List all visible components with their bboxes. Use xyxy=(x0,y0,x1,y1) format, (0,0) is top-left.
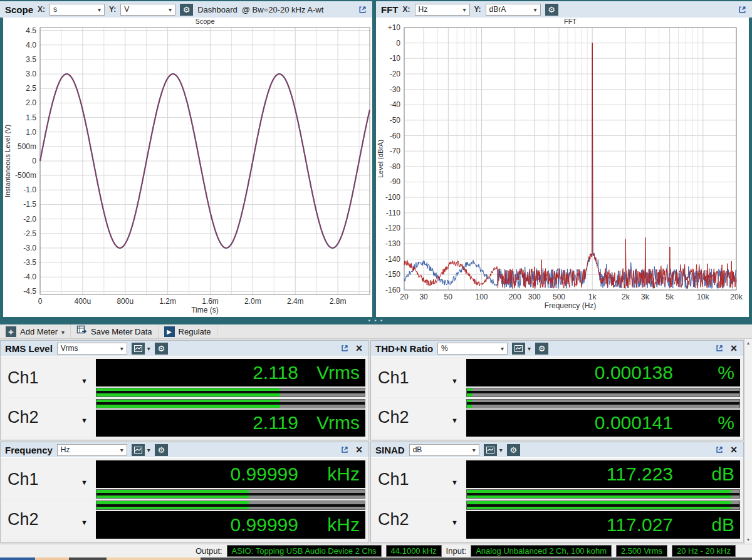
frequency-settings-gear-icon[interactable] xyxy=(155,444,168,456)
scope-popout-icon[interactable] xyxy=(357,4,367,14)
input-device-badge[interactable]: Analog Unbalanced 2 Ch, 100 kohm xyxy=(471,545,612,557)
frequency-unit-select[interactable]: Hz xyxy=(57,444,127,456)
fft-popout-icon[interactable] xyxy=(737,4,747,14)
save-meter-data-button[interactable]: Save Meter Data xyxy=(71,324,159,338)
thdn-ch1-row: Ch1 0.000138 % xyxy=(373,359,740,397)
thdn-ch2-value: 0.000141 xyxy=(595,412,673,433)
svg-text:-110: -110 xyxy=(386,209,400,217)
sinad-close-icon[interactable] xyxy=(729,443,739,457)
input-range-badge[interactable]: 2.500 Vrms xyxy=(616,545,667,557)
scroll-up-icon[interactable] xyxy=(744,341,752,345)
thdn-ch1-readout: 0.000138 % xyxy=(466,359,740,397)
output-device-badge[interactable]: ASIO: Topping USB Audio Device 2 Chs xyxy=(227,545,382,557)
pane-splitter[interactable]: • • • xyxy=(0,317,752,324)
sinad-ch1-selector[interactable]: Ch1 xyxy=(373,460,464,499)
thdn-ch2-readout: 0.000141 % xyxy=(466,399,740,437)
thdn-popout-icon[interactable] xyxy=(714,343,724,353)
bandwidth-badge[interactable]: 20 Hz - 20 kHz xyxy=(672,545,736,557)
frequency-close-icon[interactable] xyxy=(354,443,364,457)
frequency-display-mode-icon[interactable] xyxy=(132,444,145,456)
taskbar-segment-peach-2 xyxy=(107,557,201,560)
svg-text:Frequency (Hz): Frequency (Hz) xyxy=(545,301,597,310)
dashboard-label: Dashboard xyxy=(197,5,238,14)
taskbar-segment-blue xyxy=(0,557,35,560)
thdn-settings-gear-icon[interactable] xyxy=(535,343,548,355)
svg-text:-70: -70 xyxy=(390,147,401,155)
sinad-panel-body: Ch1 117.223 dB Ch2 xyxy=(371,458,743,542)
meter-scrollbar[interactable] xyxy=(744,339,752,544)
chevron-down-icon xyxy=(120,445,123,454)
fft-y-unit-select[interactable]: dBrA xyxy=(486,4,541,16)
frequency-ch2-selector[interactable]: Ch2 xyxy=(3,500,94,539)
fft-settings-gear-icon[interactable] xyxy=(545,4,558,16)
rms-ch1-selector[interactable]: Ch1 xyxy=(3,359,94,397)
rms-unit-select[interactable]: Vrms xyxy=(57,343,127,355)
sinad-unit-select[interactable]: dB xyxy=(409,444,479,456)
taskbar-sliver xyxy=(0,557,752,560)
chevron-down-icon xyxy=(81,470,88,489)
frequency-ch2-row: Ch2 0.99999 kHz xyxy=(3,500,365,539)
sinad-popout-icon[interactable] xyxy=(714,445,724,455)
svg-text:50: 50 xyxy=(444,293,453,301)
svg-text:2.5: 2.5 xyxy=(26,84,36,93)
thdn-ch1-selector[interactable]: Ch1 xyxy=(373,359,464,397)
chevron-down-icon[interactable] xyxy=(499,447,503,454)
svg-text:-50: -50 xyxy=(390,116,401,125)
sample-rate-badge[interactable]: 44.1000 kHz xyxy=(386,545,442,557)
regulate-label: Regulate xyxy=(179,327,211,336)
fft-x-unit-select[interactable]: Hz xyxy=(415,4,470,16)
output-label: Output: xyxy=(196,546,222,556)
svg-text:1.0: 1.0 xyxy=(26,128,36,137)
chevron-down-icon[interactable] xyxy=(528,345,531,352)
frequency-ch1-label: Ch1 xyxy=(8,470,39,489)
thdn-ch1-level-bar xyxy=(466,388,740,397)
sinad-settings-gear-icon[interactable] xyxy=(507,444,520,456)
svg-text:FFT: FFT xyxy=(564,18,577,25)
svg-text:-160: -160 xyxy=(385,286,400,294)
fft-x-label: X: xyxy=(403,5,410,14)
thdn-close-icon[interactable] xyxy=(729,342,739,355)
rms-level-panel: RMS Level Vrms Ch1 xyxy=(0,340,369,440)
sinad-ch1-readout: 117.223 dB xyxy=(466,460,740,499)
rms-display-mode-icon[interactable] xyxy=(132,343,145,355)
svg-text:2k: 2k xyxy=(622,293,630,301)
chevron-down-icon xyxy=(81,368,88,388)
thdn-ch1-display: 0.000138 % xyxy=(466,359,740,386)
sinad-ch2-readout: 117.027 dB xyxy=(466,500,740,539)
thdn-ch2-level-bar xyxy=(466,399,740,408)
svg-text:-4.0: -4.0 xyxy=(23,272,36,281)
thdn-ch2-selector[interactable]: Ch2 xyxy=(373,399,464,437)
frequency-ch1-selector[interactable]: Ch1 xyxy=(3,460,94,499)
sinad-ch1-display: 117.223 dB xyxy=(466,460,740,488)
svg-text:3.0: 3.0 xyxy=(26,70,36,78)
rms-popout-icon[interactable] xyxy=(340,343,350,353)
svg-text:20k: 20k xyxy=(730,293,743,301)
svg-text:Time (s): Time (s) xyxy=(191,306,219,314)
svg-text:800u: 800u xyxy=(117,297,133,306)
chevron-down-icon[interactable] xyxy=(147,345,150,352)
rms-ch2-readout: 2.119 Vrms xyxy=(96,399,365,437)
thdn-unit-select[interactable]: % xyxy=(437,343,508,355)
sinad-ch2-value: 117.027 xyxy=(607,514,673,536)
rms-settings-gear-icon[interactable] xyxy=(155,343,168,355)
input-label: Input: xyxy=(446,546,467,556)
scope-x-unit-select[interactable]: s xyxy=(50,4,105,16)
add-meter-button[interactable]: Add Meter xyxy=(0,324,71,338)
svg-text:4.5: 4.5 xyxy=(26,26,36,35)
sinad-ch2-selector[interactable]: Ch2 xyxy=(373,500,464,539)
frequency-popout-icon[interactable] xyxy=(340,445,350,455)
sinad-display-mode-icon[interactable] xyxy=(484,444,497,456)
regulate-button[interactable]: Regulate xyxy=(159,324,217,338)
scope-settings-gear-icon[interactable] xyxy=(180,4,193,16)
rms-level-title: RMS Level xyxy=(5,343,53,354)
scroll-down-icon[interactable] xyxy=(744,537,752,542)
scope-y-unit-select[interactable]: V xyxy=(120,4,175,16)
thdn-display-mode-icon[interactable] xyxy=(512,343,525,355)
chevron-down-icon[interactable] xyxy=(147,447,150,454)
chevron-down-icon xyxy=(501,344,504,353)
thdn-ch1-label: Ch1 xyxy=(378,368,409,388)
plus-icon xyxy=(6,326,16,337)
chevron-down-icon xyxy=(120,344,123,353)
rms-close-icon[interactable] xyxy=(354,342,364,355)
rms-ch2-selector[interactable]: Ch2 xyxy=(3,399,94,437)
